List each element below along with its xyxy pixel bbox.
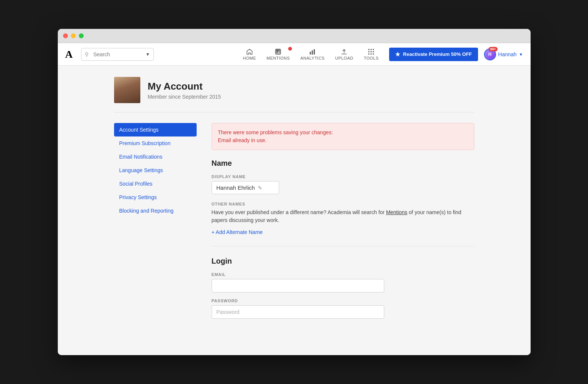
app-window: A ⚲ ▼ HOME ❝ [58, 29, 531, 355]
sidebar-item-social-profiles[interactable]: Social Profiles [114, 177, 197, 190]
nav-items: HOME ❝ MENTIONS [238, 46, 383, 63]
login-section: Login EMAIL PASSWORD [212, 257, 474, 319]
maximize-dot[interactable] [79, 33, 84, 38]
svg-rect-6 [371, 49, 372, 50]
user-name: Hannah [498, 51, 517, 57]
search-wrapper: ⚲ ▼ [81, 48, 154, 61]
svg-rect-3 [312, 50, 313, 54]
main-content: My Account Member since September 2015 A… [58, 66, 531, 355]
nav-home[interactable]: HOME [238, 46, 260, 63]
svg-rect-8 [368, 51, 370, 52]
profile-info: My Account Member since September 2015 [148, 81, 221, 100]
email-label: EMAIL [212, 272, 474, 277]
minimize-dot[interactable] [71, 33, 76, 38]
name-section: Name DISPLAY NAME Hannah Ehrlich ✎ OTHER… [212, 159, 474, 236]
display-name-box: Hannah Ehrlich ✎ [212, 181, 279, 194]
profile-member-since: Member since September 2015 [148, 94, 221, 100]
titlebar [58, 29, 531, 43]
nav-tools[interactable]: TOOLS [359, 46, 383, 63]
error-box: There were some problems saving your cha… [212, 123, 474, 150]
other-names-label: OTHER NAMES [212, 202, 474, 206]
other-names-section: OTHER NAMES Have you ever published unde… [212, 202, 474, 236]
email-group: EMAIL [212, 272, 474, 292]
password-label: PASSWORD [212, 298, 474, 303]
display-name-label: DISPLAY NAME [212, 174, 474, 179]
close-dot[interactable] [63, 33, 68, 38]
mentions-link[interactable]: Mentions [386, 209, 408, 215]
nav-tools-label: TOOLS [364, 56, 379, 60]
sidebar-item-language-settings[interactable]: Language Settings [114, 164, 197, 177]
sidebar-item-account-settings[interactable]: Account Settings [114, 123, 197, 136]
logo: A [65, 48, 73, 60]
svg-rect-2 [310, 52, 311, 55]
login-section-title: Login [212, 257, 474, 266]
search-icon: ⚲ [85, 51, 89, 57]
sidebar-item-email-notifications[interactable]: Email Notifications [114, 150, 197, 164]
sidebar-item-blocking-reporting[interactable]: Blocking and Reporting [114, 204, 197, 218]
other-names-description: Have you ever published under a differen… [212, 208, 474, 224]
error-line-1: There were some problems saving your cha… [218, 129, 468, 136]
form-area: There were some problems saving your cha… [212, 123, 474, 325]
edit-icon[interactable]: ✎ [258, 185, 262, 191]
error-line-2: Email already in use. [218, 136, 468, 144]
nav-mentions-label: MENTIONS [266, 56, 290, 60]
nav-upload-label: UPLOAD [335, 56, 353, 60]
nav-mentions[interactable]: ❝ MENTIONS [262, 46, 294, 63]
svg-rect-7 [373, 49, 374, 50]
add-alternate-name-link[interactable]: + Add Alternate Name [212, 229, 263, 235]
svg-rect-5 [368, 49, 370, 50]
sidebar-navigation: Account Settings Premium Subscription Em… [114, 123, 197, 325]
display-name-value: Hannah Ehrlich [217, 184, 255, 191]
profile-header: My Account Member since September 2015 [114, 77, 474, 112]
svg-rect-13 [373, 53, 374, 54]
section-divider [212, 246, 474, 246]
svg-rect-4 [314, 49, 315, 54]
two-column-layout: Account Settings Premium Subscription Em… [114, 123, 474, 325]
mentions-badge [288, 47, 292, 51]
nav-analytics[interactable]: ANALYTICS [296, 46, 329, 63]
svg-rect-11 [368, 53, 370, 54]
nav-home-label: HOME [243, 56, 256, 60]
display-name-group: DISPLAY NAME Hannah Ehrlich ✎ [212, 174, 474, 194]
svg-rect-9 [371, 51, 372, 52]
password-group: PASSWORD [212, 298, 474, 319]
name-section-title: Name [212, 159, 474, 168]
profile-picture [114, 77, 140, 103]
search-input[interactable] [81, 48, 154, 61]
profile-image [114, 77, 140, 103]
notification-badge: 99+ [489, 47, 497, 51]
navbar: A ⚲ ▼ HOME ❝ [58, 43, 531, 66]
profile-name: My Account [148, 81, 221, 92]
star-icon: ★ [395, 51, 400, 58]
nav-analytics-label: ANALYTICS [300, 56, 325, 60]
svg-rect-10 [373, 51, 374, 52]
email-field[interactable] [212, 279, 384, 292]
user-menu-chevron: ▼ [519, 52, 523, 57]
sidebar-item-premium-subscription[interactable]: Premium Subscription [114, 136, 197, 150]
nav-upload[interactable]: UPLOAD [331, 46, 358, 63]
sidebar-item-privacy-settings[interactable]: Privacy Settings [114, 190, 197, 204]
chevron-down-icon[interactable]: ▼ [146, 52, 150, 57]
premium-button-label: Reactivate Premium 50% OFF [403, 51, 472, 57]
user-menu[interactable]: H 99+ Hannah ▼ [484, 48, 523, 60]
svg-rect-12 [371, 53, 372, 54]
premium-button[interactable]: ★ Reactivate Premium 50% OFF [389, 48, 478, 61]
password-field[interactable] [212, 305, 384, 319]
